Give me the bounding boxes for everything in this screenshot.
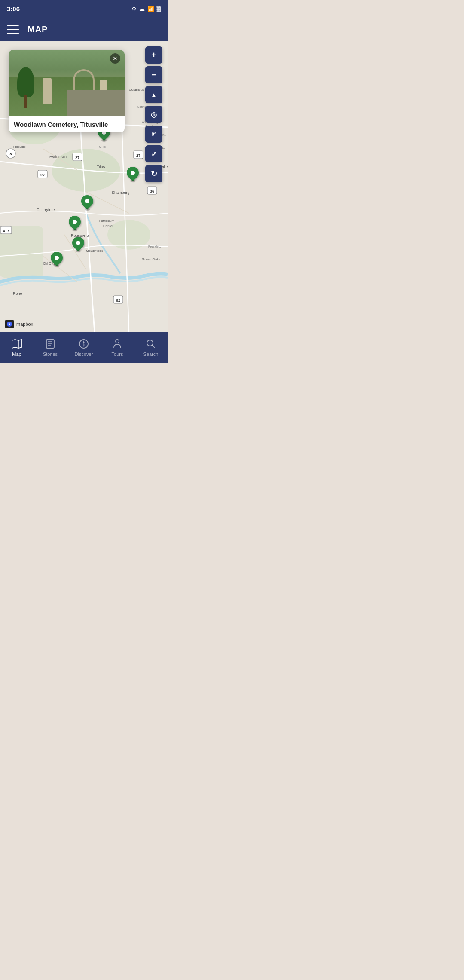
nav-item-tours[interactable]: Tours [101,334,134,360]
map-icon [11,338,23,350]
zoom-out-button[interactable]: − [145,66,162,83]
svg-text:Preside...: Preside... [148,245,161,248]
settings-icon: ⚙ [131,6,137,12]
map-pin-7[interactable] [81,195,93,211]
svg-text:Columbus: Columbus [129,88,144,92]
svg-text:Reno: Reno [13,291,22,296]
fullscreen-button[interactable]: ⤢ [145,145,162,162]
signal-icon: 📶 [147,6,154,12]
svg-text:Center: Center [103,224,113,228]
refresh-button[interactable]: ↻ [145,165,162,182]
status-time: 3:06 [7,5,20,12]
mapbox-logo: mapbox [5,320,33,328]
status-icons: ⚙ ☁ 📶 ▓ [131,6,161,12]
location-button[interactable]: ◎ [145,106,162,123]
nav-item-map[interactable]: Map [0,334,34,360]
nav-label-search: Search [143,352,159,357]
nav-item-discover[interactable]: Discover [67,334,101,360]
menu-button[interactable] [7,24,19,34]
nav-label-stories: Stories [43,352,58,357]
svg-text:27: 27 [75,156,79,160]
svg-text:Hydetown: Hydetown [49,155,67,159]
svg-text:McClintock: McClintock [86,249,103,253]
zoom-in-button[interactable]: + [145,46,162,64]
popup-image [9,50,125,116]
svg-rect-52 [46,340,54,348]
map-controls: + − ▲ ◎ 0° ⤢ ↻ [145,46,162,182]
svg-line-59 [153,346,155,348]
person-icon [111,338,123,350]
svg-text:Cherrytree: Cherrytree [37,208,55,212]
svg-text:Petroleum: Petroleum [99,219,115,223]
map-pin-10[interactable] [51,252,63,267]
svg-text:27: 27 [40,173,45,177]
svg-text:36: 36 [150,189,154,193]
svg-text:Green Oaks: Green Oaks [142,257,160,261]
mapbox-icon [5,320,14,328]
mapbox-text: mapbox [16,322,33,327]
book-icon [44,338,56,350]
north-button[interactable]: ▲ [145,86,162,103]
bottom-nav: Map Stories Discover [0,332,168,363]
nav-item-stories[interactable]: Stories [34,334,67,360]
nav-label-discover: Discover [75,352,93,357]
search-icon [145,338,157,350]
popup-card: ✕ Woodlawn Cemetery, Titusville [9,50,125,132]
page-title: MAP [27,24,48,34]
svg-text:Shamburg: Shamburg [112,190,130,195]
svg-point-49 [9,324,10,325]
svg-text:Mills: Mills [99,145,106,149]
cloud-icon: ☁ [139,6,145,12]
svg-text:8: 8 [9,152,12,156]
svg-text:Riceville: Riceville [13,145,26,149]
nav-item-search[interactable]: Search [134,334,168,360]
popup-close-button[interactable]: ✕ [110,53,120,64]
svg-point-57 [116,340,119,343]
svg-text:417: 417 [3,229,9,233]
nav-label-tours: Tours [112,352,123,357]
popup-title[interactable]: Woodlawn Cemetery, Titusville [9,116,125,132]
angle-button[interactable]: 0° [145,126,162,143]
map-area[interactable]: Elgin Columbus Corry Spring C... West Sp… [0,41,168,332]
battery-icon: ▓ [157,6,161,12]
nav-label-map: Map [12,352,21,357]
status-bar: 3:06 ⚙ ☁ 📶 ▓ [0,0,168,17]
map-pin-9[interactable] [72,237,84,252]
nav-bar: MAP [0,17,168,41]
compass-icon [78,338,90,350]
svg-text:62: 62 [116,298,120,303]
map-pin-8[interactable] [69,216,81,231]
svg-text:Titus: Titus [97,165,105,169]
map-pin-6[interactable] [127,167,139,182]
svg-text:27: 27 [136,153,140,158]
